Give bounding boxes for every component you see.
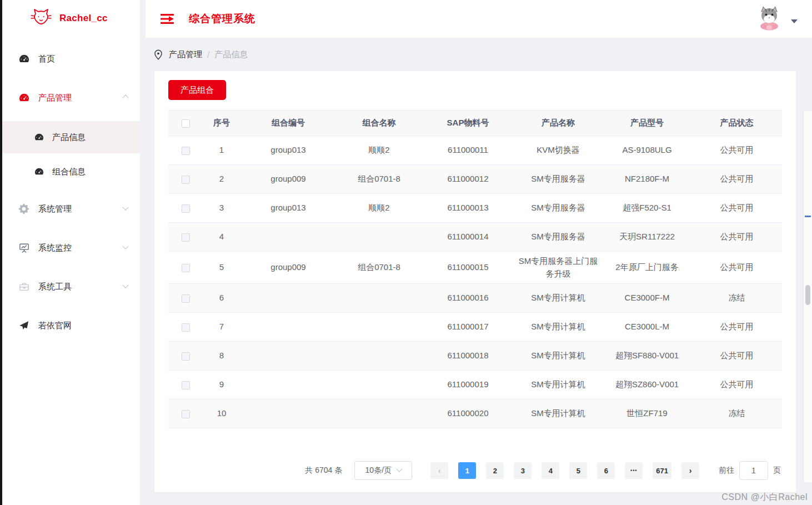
table-row: 2 group009 组合0701-8 611000012 SM专用服务器 NF… xyxy=(168,165,782,194)
page-button-last[interactable]: 671 xyxy=(653,462,671,479)
select-all-checkbox[interactable] xyxy=(182,119,190,128)
cell-sap-no: 611000012 xyxy=(422,165,514,194)
cell-no: 3 xyxy=(203,194,240,223)
cell-product-name: SM专用计算机 xyxy=(514,284,603,313)
chevron-down-icon xyxy=(122,204,128,211)
cell-product-model: 超翔SF880-V001 xyxy=(603,342,691,371)
cell-product-model: CE3000L-M xyxy=(603,313,691,342)
sidebar-item-home[interactable]: 首页 xyxy=(2,43,140,74)
column-header: 组合名称 xyxy=(336,111,422,136)
sidebar-item-ruoyi-site[interactable]: 若依官网 xyxy=(2,310,140,341)
cell-status: 公共可用 xyxy=(691,165,782,194)
chevron-down-icon xyxy=(396,466,402,472)
cell-no: 10 xyxy=(203,399,240,428)
sidebar-item-label: 产品管理 xyxy=(38,93,72,103)
cell-status: 公共可用 xyxy=(691,342,782,371)
row-checkbox[interactable] xyxy=(182,294,190,303)
cell-no: 9 xyxy=(203,371,240,399)
goto-unit: 页 xyxy=(773,466,781,476)
user-menu[interactable] xyxy=(756,5,798,33)
cell-combo-code: group013 xyxy=(240,136,336,165)
page-size-select[interactable]: 10条/页 xyxy=(354,461,412,480)
breadcrumb: 产品管理 / 产品信息 xyxy=(140,38,812,71)
cell-product-name: SM专用服务器 xyxy=(514,165,603,194)
product-combo-button[interactable]: 产品组合 xyxy=(168,80,226,100)
sidebar-item-system-mgmt[interactable]: 系统管理 xyxy=(2,193,140,224)
column-header: 产品状态 xyxy=(691,111,782,136)
page-button-2[interactable]: 2 xyxy=(486,462,504,479)
row-checkbox[interactable] xyxy=(182,176,190,184)
sidebar-item-product-mgmt[interactable]: 产品管理 xyxy=(2,82,140,113)
cell-combo-code: group009 xyxy=(240,165,336,194)
cell-combo-name xyxy=(336,284,422,313)
next-page-button[interactable]: › xyxy=(681,462,699,479)
cell-sap-no: 611000020 xyxy=(422,399,514,428)
cell-product-model: 超强F520-S1 xyxy=(603,194,691,223)
row-checkbox[interactable] xyxy=(182,381,190,389)
row-checkbox[interactable] xyxy=(182,204,190,213)
page-button-3[interactable]: 3 xyxy=(514,462,532,479)
watermark-text: CSDN @小白Rachel xyxy=(721,492,808,503)
cell-status: 冻结 xyxy=(691,284,782,313)
page-button-6[interactable]: 6 xyxy=(597,462,615,479)
column-header: 产品名称 xyxy=(514,111,603,136)
main-area: 综合管理系统 xyxy=(140,0,812,505)
cat-logo-icon xyxy=(30,7,52,29)
cell-combo-code xyxy=(240,284,336,313)
breadcrumb-item[interactable]: 产品管理 xyxy=(169,49,202,60)
cell-combo-name xyxy=(336,313,422,342)
cell-product-model: NF2180F-M xyxy=(603,165,691,194)
cell-sap-no: 611000017 xyxy=(422,313,514,342)
cell-status: 公共可用 xyxy=(691,194,782,223)
cell-no: 7 xyxy=(203,313,240,342)
content-card: 产品组合 序号 组合编号 组合名称 SAP物料号 产品名称 产品型号 xyxy=(154,71,796,492)
column-header: 序号 xyxy=(203,111,240,136)
sidebar-item-product-info[interactable]: 产品信息 xyxy=(2,121,140,153)
logo[interactable]: Rachel_cc xyxy=(2,0,140,37)
sidebar-item-combo-info[interactable]: 组合信息 xyxy=(2,156,140,188)
row-checkbox[interactable] xyxy=(182,147,190,155)
table-row: 9 611000019 SM专用计算机 超翔SZ860-V001 公共可用 xyxy=(168,371,782,399)
page-jump-input[interactable] xyxy=(739,461,768,480)
page-scrollbar[interactable] xyxy=(803,111,812,482)
gear-icon xyxy=(18,203,30,214)
page-size-value: 10条/页 xyxy=(365,466,392,476)
sidebar-item-label: 系统管理 xyxy=(38,204,72,214)
gauge-icon xyxy=(33,132,44,142)
row-checkbox[interactable] xyxy=(182,410,190,418)
prev-page-button[interactable]: ‹ xyxy=(430,462,448,479)
cell-product-name: SM专用计算机 xyxy=(514,371,603,399)
cell-status: 冻结 xyxy=(691,399,782,428)
cell-product-model: 天玥SR117222 xyxy=(603,223,691,252)
cell-status: 公共可用 xyxy=(691,223,782,252)
scrollbar-thumb[interactable] xyxy=(805,285,810,305)
top-header: 综合管理系统 xyxy=(146,0,812,38)
page-button-1[interactable]: 1 xyxy=(458,462,476,479)
row-checkbox[interactable] xyxy=(182,233,190,242)
gauge-icon xyxy=(18,92,30,103)
column-header: 组合编号 xyxy=(240,111,336,136)
table-row: 3 group013 顺顺2 611000013 SM专用服务器 超强F520-… xyxy=(168,194,782,223)
cell-combo-name: 顺顺2 xyxy=(336,194,422,223)
cell-product-name: SM专用计算机 xyxy=(514,399,603,428)
cell-combo-name xyxy=(336,371,422,399)
cell-product-name: KVM切换器 xyxy=(514,136,603,165)
more-pages-button[interactable]: ••• xyxy=(625,462,643,479)
sidebar-item-label: 产品信息 xyxy=(52,132,86,143)
cell-product-model: 超翔SZ860-V001 xyxy=(603,371,691,399)
sidebar-item-system-tools[interactable]: 系统工具 xyxy=(2,271,140,302)
cell-status: 公共可用 xyxy=(691,313,782,342)
cell-status: 公共可用 xyxy=(691,252,782,284)
cell-combo-code xyxy=(240,342,336,371)
cell-combo-code xyxy=(240,371,336,399)
page-button-5[interactable]: 5 xyxy=(569,462,587,479)
sidebar-toggle-icon[interactable] xyxy=(160,13,174,25)
row-checkbox[interactable] xyxy=(182,323,190,332)
row-checkbox[interactable] xyxy=(182,352,190,361)
cell-combo-code xyxy=(240,313,336,342)
cell-combo-code xyxy=(240,223,336,252)
page-button-4[interactable]: 4 xyxy=(542,462,559,479)
row-checkbox[interactable] xyxy=(182,264,190,272)
column-header: SAP物料号 xyxy=(422,111,514,136)
sidebar-item-system-monitor[interactable]: 系统监控 xyxy=(2,232,140,263)
